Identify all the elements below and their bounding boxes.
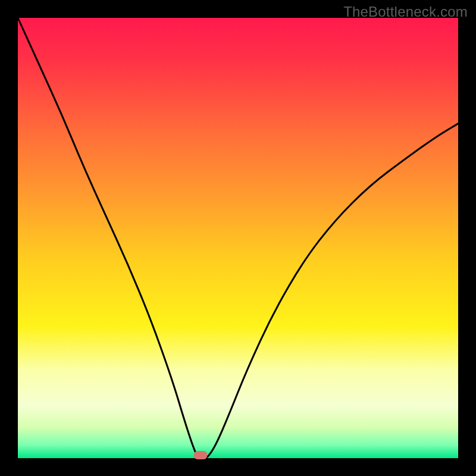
optimal-marker [194,451,207,459]
chart-frame: TheBottleneck.com [0,0,476,476]
bottleneck-chart [0,0,476,476]
watermark-text: TheBottleneck.com [343,4,468,20]
